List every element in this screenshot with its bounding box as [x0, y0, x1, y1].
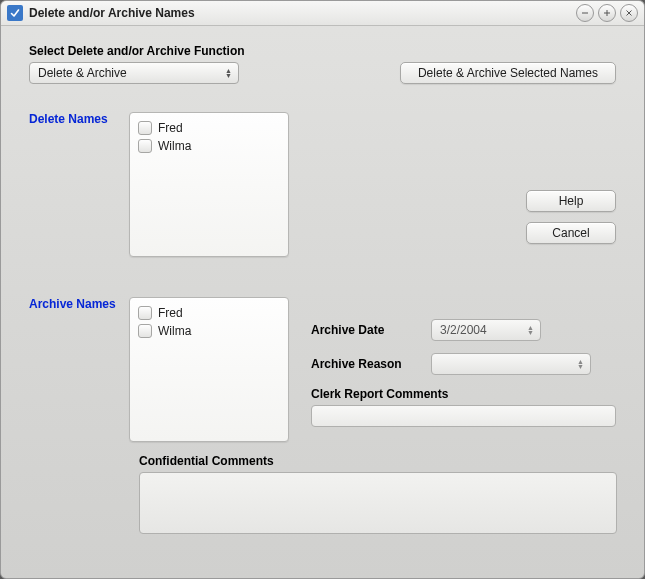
- list-item[interactable]: Fred: [138, 119, 280, 137]
- minimize-icon[interactable]: [576, 4, 594, 22]
- function-dropdown[interactable]: Delete & Archive ▲▼: [29, 62, 239, 84]
- close-icon[interactable]: [620, 4, 638, 22]
- spinner-icon: ▲▼: [527, 325, 534, 335]
- spinner-icon: ▲▼: [225, 68, 232, 78]
- archive-date-value: 3/2/2004: [440, 323, 487, 337]
- clerk-report-comments-label: Clerk Report Comments: [311, 387, 616, 401]
- delete-names-list[interactable]: Fred Wilma: [129, 112, 289, 257]
- cancel-button[interactable]: Cancel: [526, 222, 616, 244]
- app-icon: [7, 5, 23, 21]
- delete-archive-selected-button-label: Delete & Archive Selected Names: [418, 66, 598, 80]
- checkbox[interactable]: [138, 306, 152, 320]
- window-controls: [576, 4, 638, 22]
- title-bar: Delete and/or Archive Names: [1, 1, 644, 26]
- delete-names-heading: Delete Names: [29, 112, 125, 126]
- cancel-button-label: Cancel: [552, 226, 589, 240]
- confidential-comments-input[interactable]: [139, 472, 617, 534]
- archive-names-list[interactable]: Fred Wilma: [129, 297, 289, 442]
- list-item-label: Wilma: [158, 324, 191, 338]
- archive-reason-label: Archive Reason: [311, 357, 431, 371]
- clerk-report-comments-input[interactable]: [311, 405, 616, 427]
- checkbox[interactable]: [138, 121, 152, 135]
- list-item[interactable]: Fred: [138, 304, 280, 322]
- archive-reason-dropdown[interactable]: ▲▼: [431, 353, 591, 375]
- list-item-label: Wilma: [158, 139, 191, 153]
- delete-archive-selected-button[interactable]: Delete & Archive Selected Names: [400, 62, 616, 84]
- archive-names-heading: Archive Names: [29, 297, 125, 311]
- archive-date-field[interactable]: 3/2/2004 ▲▼: [431, 319, 541, 341]
- list-item-label: Fred: [158, 121, 183, 135]
- spinner-icon: ▲▼: [577, 359, 584, 369]
- list-item[interactable]: Wilma: [138, 322, 280, 340]
- delete-archive-window: Delete and/or Archive Names Select Delet…: [0, 0, 645, 579]
- content-area: Select Delete and/or Archive Function De…: [1, 26, 644, 579]
- list-item-label: Fred: [158, 306, 183, 320]
- confidential-comments-label: Confidential Comments: [139, 454, 616, 468]
- window-title: Delete and/or Archive Names: [29, 6, 195, 20]
- checkbox[interactable]: [138, 139, 152, 153]
- select-function-label: Select Delete and/or Archive Function: [29, 44, 616, 58]
- maximize-icon[interactable]: [598, 4, 616, 22]
- help-button-label: Help: [559, 194, 584, 208]
- help-button[interactable]: Help: [526, 190, 616, 212]
- checkbox[interactable]: [138, 324, 152, 338]
- archive-date-label: Archive Date: [311, 323, 431, 337]
- function-dropdown-value: Delete & Archive: [38, 66, 127, 80]
- list-item[interactable]: Wilma: [138, 137, 280, 155]
